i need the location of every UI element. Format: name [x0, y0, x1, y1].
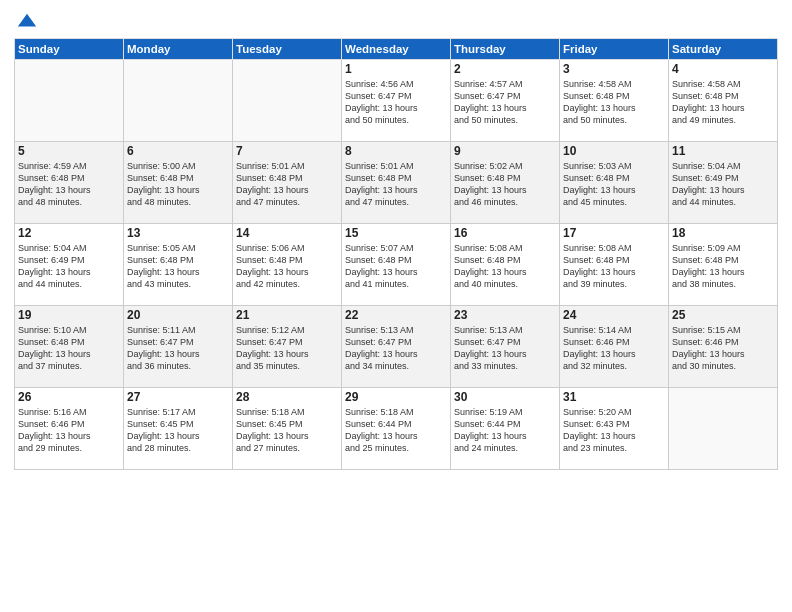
- calendar-cell: 22Sunrise: 5:13 AMSunset: 6:47 PMDayligh…: [342, 306, 451, 388]
- cell-info: Sunrise: 5:20 AMSunset: 6:43 PMDaylight:…: [563, 406, 665, 455]
- day-number: 19: [18, 308, 120, 322]
- day-number: 22: [345, 308, 447, 322]
- calendar-cell: 7Sunrise: 5:01 AMSunset: 6:48 PMDaylight…: [233, 142, 342, 224]
- cell-info: Sunrise: 5:13 AMSunset: 6:47 PMDaylight:…: [345, 324, 447, 373]
- week-row-2: 12Sunrise: 5:04 AMSunset: 6:49 PMDayligh…: [15, 224, 778, 306]
- cell-info: Sunrise: 5:16 AMSunset: 6:46 PMDaylight:…: [18, 406, 120, 455]
- calendar-cell: 26Sunrise: 5:16 AMSunset: 6:46 PMDayligh…: [15, 388, 124, 470]
- calendar-cell: 1Sunrise: 4:56 AMSunset: 6:47 PMDaylight…: [342, 60, 451, 142]
- week-row-0: 1Sunrise: 4:56 AMSunset: 6:47 PMDaylight…: [15, 60, 778, 142]
- day-header-thursday: Thursday: [451, 39, 560, 60]
- calendar-cell: 24Sunrise: 5:14 AMSunset: 6:46 PMDayligh…: [560, 306, 669, 388]
- calendar-cell: 9Sunrise: 5:02 AMSunset: 6:48 PMDaylight…: [451, 142, 560, 224]
- calendar-cell: [124, 60, 233, 142]
- calendar-cell: 19Sunrise: 5:10 AMSunset: 6:48 PMDayligh…: [15, 306, 124, 388]
- calendar-cell: 13Sunrise: 5:05 AMSunset: 6:48 PMDayligh…: [124, 224, 233, 306]
- day-header-tuesday: Tuesday: [233, 39, 342, 60]
- day-number: 4: [672, 62, 774, 76]
- day-number: 30: [454, 390, 556, 404]
- day-number: 8: [345, 144, 447, 158]
- calendar-cell: 28Sunrise: 5:18 AMSunset: 6:45 PMDayligh…: [233, 388, 342, 470]
- cell-info: Sunrise: 5:03 AMSunset: 6:48 PMDaylight:…: [563, 160, 665, 209]
- calendar-cell: 16Sunrise: 5:08 AMSunset: 6:48 PMDayligh…: [451, 224, 560, 306]
- day-number: 28: [236, 390, 338, 404]
- day-number: 7: [236, 144, 338, 158]
- cell-info: Sunrise: 5:01 AMSunset: 6:48 PMDaylight:…: [345, 160, 447, 209]
- calendar-cell: 27Sunrise: 5:17 AMSunset: 6:45 PMDayligh…: [124, 388, 233, 470]
- calendar-cell: 4Sunrise: 4:58 AMSunset: 6:48 PMDaylight…: [669, 60, 778, 142]
- cell-info: Sunrise: 5:02 AMSunset: 6:48 PMDaylight:…: [454, 160, 556, 209]
- calendar-cell: [669, 388, 778, 470]
- day-number: 3: [563, 62, 665, 76]
- calendar-cell: 5Sunrise: 4:59 AMSunset: 6:48 PMDaylight…: [15, 142, 124, 224]
- calendar-cell: 12Sunrise: 5:04 AMSunset: 6:49 PMDayligh…: [15, 224, 124, 306]
- day-number: 26: [18, 390, 120, 404]
- week-row-3: 19Sunrise: 5:10 AMSunset: 6:48 PMDayligh…: [15, 306, 778, 388]
- cell-info: Sunrise: 5:15 AMSunset: 6:46 PMDaylight:…: [672, 324, 774, 373]
- day-header-monday: Monday: [124, 39, 233, 60]
- day-number: 27: [127, 390, 229, 404]
- cell-info: Sunrise: 5:17 AMSunset: 6:45 PMDaylight:…: [127, 406, 229, 455]
- calendar-cell: 2Sunrise: 4:57 AMSunset: 6:47 PMDaylight…: [451, 60, 560, 142]
- day-number: 20: [127, 308, 229, 322]
- cell-info: Sunrise: 5:19 AMSunset: 6:44 PMDaylight:…: [454, 406, 556, 455]
- day-header-saturday: Saturday: [669, 39, 778, 60]
- day-number: 25: [672, 308, 774, 322]
- cell-info: Sunrise: 4:58 AMSunset: 6:48 PMDaylight:…: [563, 78, 665, 127]
- week-row-1: 5Sunrise: 4:59 AMSunset: 6:48 PMDaylight…: [15, 142, 778, 224]
- cell-info: Sunrise: 5:12 AMSunset: 6:47 PMDaylight:…: [236, 324, 338, 373]
- calendar: SundayMondayTuesdayWednesdayThursdayFrid…: [14, 38, 778, 470]
- day-number: 9: [454, 144, 556, 158]
- calendar-cell: 31Sunrise: 5:20 AMSunset: 6:43 PMDayligh…: [560, 388, 669, 470]
- cell-info: Sunrise: 5:05 AMSunset: 6:48 PMDaylight:…: [127, 242, 229, 291]
- day-number: 10: [563, 144, 665, 158]
- calendar-cell: [233, 60, 342, 142]
- day-number: 2: [454, 62, 556, 76]
- day-number: 5: [18, 144, 120, 158]
- calendar-cell: 3Sunrise: 4:58 AMSunset: 6:48 PMDaylight…: [560, 60, 669, 142]
- cell-info: Sunrise: 5:13 AMSunset: 6:47 PMDaylight:…: [454, 324, 556, 373]
- calendar-cell: 30Sunrise: 5:19 AMSunset: 6:44 PMDayligh…: [451, 388, 560, 470]
- cell-info: Sunrise: 5:11 AMSunset: 6:47 PMDaylight:…: [127, 324, 229, 373]
- cell-info: Sunrise: 4:56 AMSunset: 6:47 PMDaylight:…: [345, 78, 447, 127]
- day-header-friday: Friday: [560, 39, 669, 60]
- calendar-cell: 14Sunrise: 5:06 AMSunset: 6:48 PMDayligh…: [233, 224, 342, 306]
- cell-info: Sunrise: 5:00 AMSunset: 6:48 PMDaylight:…: [127, 160, 229, 209]
- cell-info: Sunrise: 5:18 AMSunset: 6:45 PMDaylight:…: [236, 406, 338, 455]
- calendar-cell: 29Sunrise: 5:18 AMSunset: 6:44 PMDayligh…: [342, 388, 451, 470]
- cell-info: Sunrise: 5:01 AMSunset: 6:48 PMDaylight:…: [236, 160, 338, 209]
- calendar-cell: 11Sunrise: 5:04 AMSunset: 6:49 PMDayligh…: [669, 142, 778, 224]
- day-number: 31: [563, 390, 665, 404]
- day-number: 15: [345, 226, 447, 240]
- day-number: 1: [345, 62, 447, 76]
- calendar-cell: 18Sunrise: 5:09 AMSunset: 6:48 PMDayligh…: [669, 224, 778, 306]
- cell-info: Sunrise: 4:57 AMSunset: 6:47 PMDaylight:…: [454, 78, 556, 127]
- cell-info: Sunrise: 5:10 AMSunset: 6:48 PMDaylight:…: [18, 324, 120, 373]
- cell-info: Sunrise: 4:58 AMSunset: 6:48 PMDaylight:…: [672, 78, 774, 127]
- day-number: 11: [672, 144, 774, 158]
- calendar-cell: 17Sunrise: 5:08 AMSunset: 6:48 PMDayligh…: [560, 224, 669, 306]
- calendar-cell: 10Sunrise: 5:03 AMSunset: 6:48 PMDayligh…: [560, 142, 669, 224]
- logo-icon: [16, 10, 38, 32]
- svg-marker-0: [18, 14, 36, 27]
- day-header-wednesday: Wednesday: [342, 39, 451, 60]
- day-number: 17: [563, 226, 665, 240]
- cell-info: Sunrise: 5:06 AMSunset: 6:48 PMDaylight:…: [236, 242, 338, 291]
- calendar-cell: 23Sunrise: 5:13 AMSunset: 6:47 PMDayligh…: [451, 306, 560, 388]
- day-number: 21: [236, 308, 338, 322]
- calendar-cell: 21Sunrise: 5:12 AMSunset: 6:47 PMDayligh…: [233, 306, 342, 388]
- day-number: 13: [127, 226, 229, 240]
- week-row-4: 26Sunrise: 5:16 AMSunset: 6:46 PMDayligh…: [15, 388, 778, 470]
- cell-info: Sunrise: 5:04 AMSunset: 6:49 PMDaylight:…: [18, 242, 120, 291]
- calendar-cell: 8Sunrise: 5:01 AMSunset: 6:48 PMDaylight…: [342, 142, 451, 224]
- cell-info: Sunrise: 5:08 AMSunset: 6:48 PMDaylight:…: [563, 242, 665, 291]
- cell-info: Sunrise: 5:07 AMSunset: 6:48 PMDaylight:…: [345, 242, 447, 291]
- cell-info: Sunrise: 5:09 AMSunset: 6:48 PMDaylight:…: [672, 242, 774, 291]
- day-number: 29: [345, 390, 447, 404]
- day-number: 23: [454, 308, 556, 322]
- cell-info: Sunrise: 5:04 AMSunset: 6:49 PMDaylight:…: [672, 160, 774, 209]
- calendar-cell: [15, 60, 124, 142]
- calendar-cell: 25Sunrise: 5:15 AMSunset: 6:46 PMDayligh…: [669, 306, 778, 388]
- cell-info: Sunrise: 5:14 AMSunset: 6:46 PMDaylight:…: [563, 324, 665, 373]
- day-number: 12: [18, 226, 120, 240]
